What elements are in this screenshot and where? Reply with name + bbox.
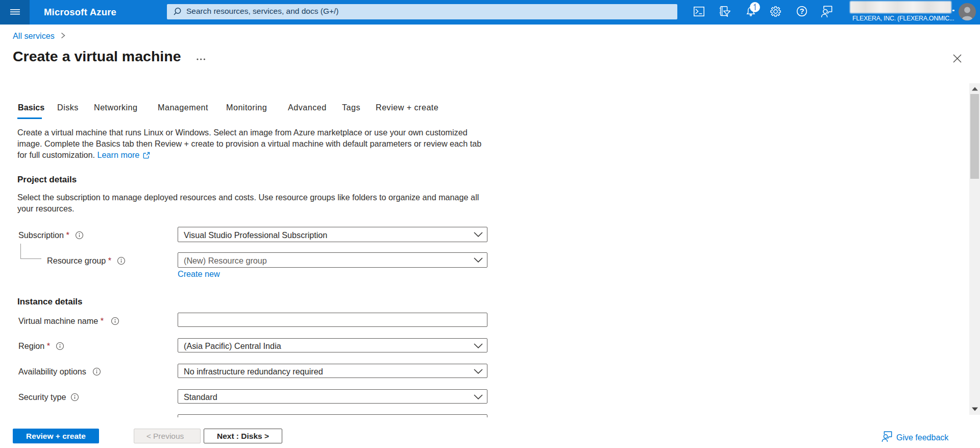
svg-text:?: ? [800,7,804,15]
